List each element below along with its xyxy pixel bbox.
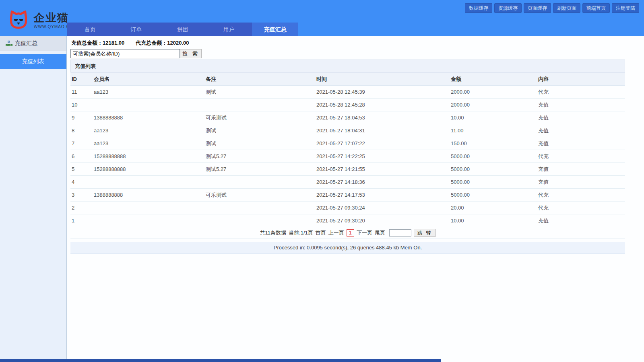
table-cell: 15288888888 bbox=[93, 163, 204, 176]
col-header-member: 会员名 bbox=[93, 73, 204, 86]
pagination-jump-button[interactable]: 跳 转 bbox=[414, 229, 436, 237]
table-cell: 充值 bbox=[537, 99, 625, 111]
recharge-table: ID 会员名 备注 时间 金额 内容 11aa123测试2021-05-28 1… bbox=[70, 72, 625, 227]
main-content: 充值总金额：12181.00代充总金额：12020.00 搜 索 充值列表 ID… bbox=[70, 36, 625, 254]
table-cell: 10.00 bbox=[450, 214, 537, 227]
table-cell: 5000.00 bbox=[450, 150, 537, 163]
table-cell: 2021-05-27 09:30:24 bbox=[315, 202, 450, 214]
table-cell: 2021-05-28 12:45:28 bbox=[315, 99, 450, 111]
table-cell: 5000.00 bbox=[450, 176, 537, 189]
table-cell: 1388888888 bbox=[93, 189, 204, 202]
table-cell: 5 bbox=[70, 163, 93, 176]
sidebar-group-label: 充值汇总 bbox=[15, 40, 37, 47]
table-cell: 6 bbox=[70, 150, 93, 163]
table-cell: 1 bbox=[70, 214, 93, 227]
summary-line: 充值总金额：12181.00代充总金额：12020.00 bbox=[70, 36, 625, 48]
table-cell: 5000.00 bbox=[450, 163, 537, 176]
pagination-first[interactable]: 首页 bbox=[316, 229, 326, 237]
table-cell: 2021-05-27 17:07:22 bbox=[315, 137, 450, 150]
sidebar-item-recharge-list[interactable]: 充值列表 bbox=[0, 54, 66, 69]
table-cell: 2021-05-27 14:21:55 bbox=[315, 163, 450, 176]
tab-group-buy[interactable]: 拼团 bbox=[159, 23, 206, 36]
logo[interactable]: 企业猫 WWW.QYMAO.CN bbox=[7, 9, 73, 31]
table-cell: 9 bbox=[70, 111, 93, 124]
header-actions: 数据缓存 资源缓存 页面缓存 刷新页面 前端首页 注销登陆 bbox=[465, 3, 639, 13]
table-cell: 20.00 bbox=[450, 202, 537, 214]
table-row: 615288888888测试5.272021-05-27 14:22:25500… bbox=[70, 150, 625, 163]
page-cache-button[interactable]: 页面缓存 bbox=[524, 3, 551, 13]
recharge-total-label: 充值总金额： bbox=[71, 40, 103, 46]
table-cell: 2021-05-27 14:17:53 bbox=[315, 189, 450, 202]
table-cell: 代充 bbox=[537, 150, 625, 163]
refresh-page-button[interactable]: 刷新页面 bbox=[553, 3, 580, 13]
table-row: 22021-05-27 09:30:2420.00代充 bbox=[70, 202, 625, 214]
table-cell: 1388888888 bbox=[93, 111, 204, 124]
table-cell bbox=[93, 176, 204, 189]
table-cell: 2000.00 bbox=[450, 86, 537, 99]
table-cell: 3 bbox=[70, 189, 93, 202]
table-cell bbox=[204, 214, 315, 227]
table-cell: 2021-05-27 09:30:20 bbox=[315, 214, 450, 227]
table-cell: 充值 bbox=[537, 163, 625, 176]
table-cell: 5000.00 bbox=[450, 189, 537, 202]
sidebar-group-recharge-summary[interactable]: 充值汇总 bbox=[0, 36, 66, 51]
table-cell: 代充 bbox=[537, 202, 625, 214]
tab-home[interactable]: 首页 bbox=[67, 23, 113, 36]
tab-recharge-summary[interactable]: 充值汇总 bbox=[252, 23, 298, 36]
table-cell: 可乐测试 bbox=[204, 111, 315, 124]
logout-button[interactable]: 注销登陆 bbox=[612, 3, 639, 13]
search-button[interactable]: 搜 索 bbox=[180, 49, 202, 58]
table-cell: 2021-05-27 18:04:53 bbox=[315, 111, 450, 124]
data-cache-button[interactable]: 数据缓存 bbox=[465, 3, 492, 13]
pagination-page-current[interactable]: 1 bbox=[347, 229, 354, 237]
tab-orders[interactable]: 订单 bbox=[113, 23, 159, 36]
table-cell: 测试 bbox=[204, 86, 315, 99]
pagination-prev[interactable]: 上一页 bbox=[328, 229, 344, 237]
table-cell: 充值 bbox=[537, 214, 625, 227]
table-header-row: ID 会员名 备注 时间 金额 内容 bbox=[70, 73, 625, 86]
table-cell: 测试 bbox=[204, 137, 315, 150]
sidebar: 充值汇总 充值列表 bbox=[0, 36, 67, 359]
pagination-jump-input[interactable] bbox=[389, 229, 411, 237]
table-cell: 2021-05-27 18:04:31 bbox=[315, 124, 450, 137]
table-cell: 8 bbox=[70, 124, 93, 137]
frontend-home-button[interactable]: 前端首页 bbox=[582, 3, 610, 13]
proxy-total-value: 12020.00 bbox=[167, 40, 189, 46]
table-cell: 2021-05-27 14:22:25 bbox=[315, 150, 450, 163]
cat-logo-icon bbox=[7, 9, 30, 31]
table-cell: 测试5.27 bbox=[204, 163, 315, 176]
bottom-bar bbox=[0, 359, 441, 362]
table-cell: 充值 bbox=[537, 176, 625, 189]
pagination-next[interactable]: 下一页 bbox=[357, 229, 372, 237]
table-cell: 10 bbox=[70, 99, 93, 111]
table-cell: 充值 bbox=[537, 111, 625, 124]
tab-users[interactable]: 用户 bbox=[206, 23, 252, 36]
table-cell bbox=[93, 99, 204, 111]
table-row: 91388888888可乐测试2021-05-27 18:04:5310.00充… bbox=[70, 111, 625, 124]
resource-cache-button[interactable]: 资源缓存 bbox=[494, 3, 522, 13]
col-header-remark: 备注 bbox=[204, 73, 315, 86]
table-cell: 2 bbox=[70, 202, 93, 214]
table-cell: aa123 bbox=[93, 86, 204, 99]
processed-info: Processed in: 0.0095 second(s), 26 queri… bbox=[70, 242, 625, 254]
pagination: 共11条数据 当前:1/1页 首页 上一页 1 下一页 尾页 跳 转 bbox=[70, 227, 625, 239]
col-header-time: 时间 bbox=[315, 73, 450, 86]
search-input[interactable] bbox=[70, 49, 180, 58]
table-cell bbox=[204, 202, 315, 214]
logo-title: 企业猫 bbox=[34, 12, 73, 24]
table-row: 31388888888可乐测试2021-05-27 14:17:535000.0… bbox=[70, 189, 625, 202]
col-header-amount: 金额 bbox=[450, 73, 537, 86]
table-cell: 充值 bbox=[537, 124, 625, 137]
search-row: 搜 索 bbox=[70, 49, 625, 58]
pagination-last[interactable]: 尾页 bbox=[375, 229, 385, 237]
table-cell bbox=[204, 176, 315, 189]
table-cell: 150.00 bbox=[450, 137, 537, 150]
table-row: 11aa123测试2021-05-28 12:45:392000.00代充 bbox=[70, 86, 625, 99]
table-cell: 测试5.27 bbox=[204, 150, 315, 163]
table-cell: 4 bbox=[70, 176, 93, 189]
table-cell: 15288888888 bbox=[93, 150, 204, 163]
table-body: 11aa123测试2021-05-28 12:45:392000.00代充102… bbox=[70, 86, 625, 227]
table-row: 515288888888测试5.272021-05-27 14:21:55500… bbox=[70, 163, 625, 176]
table-cell: 7 bbox=[70, 137, 93, 150]
top-header: 企业猫 WWW.QYMAO.CN 数据缓存 资源缓存 页面缓存 刷新页面 前端首… bbox=[0, 0, 644, 36]
